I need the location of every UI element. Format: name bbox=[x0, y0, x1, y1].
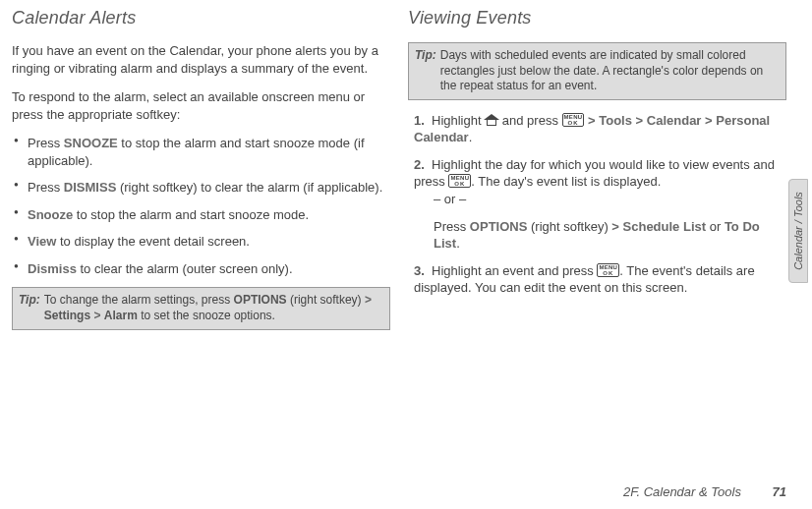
step-item: 2.Highlight the day for which you would … bbox=[414, 156, 786, 253]
menu-ok-icon: MENUOK bbox=[448, 174, 471, 188]
intro-paragraph: If you have an event on the Calendar, yo… bbox=[12, 42, 390, 77]
options-list: Press SNOOZE to stop the alarm and start… bbox=[14, 135, 390, 277]
step-item: 3.Highlight an event and press MENUOK. T… bbox=[414, 262, 786, 297]
page-footer: 2F. Calendar & Tools 71 bbox=[623, 484, 786, 499]
tip-label: Tip: bbox=[19, 293, 40, 323]
step-alternative: Press OPTIONS (right softkey) > Schedule… bbox=[434, 218, 786, 253]
list-item: Press SNOOZE to stop the alarm and start… bbox=[14, 135, 390, 169]
list-item: Snooze to stop the alarm and start snooz… bbox=[14, 206, 390, 224]
instruction-paragraph: To respond to the alarm, select an avail… bbox=[12, 88, 390, 123]
footer-section: 2F. Calendar & Tools bbox=[623, 484, 741, 499]
right-column: Viewing Events Tip: Days with scheduled … bbox=[408, 8, 786, 342]
left-column: Calendar Alerts If you have an event on … bbox=[12, 8, 390, 342]
step-item: 1.Highlight and press MENUOK > Tools > C… bbox=[414, 112, 786, 146]
list-item: Press DISMISS (right softkey) to clear t… bbox=[14, 179, 390, 197]
tip-box: Tip: Days with scheduled events are indi… bbox=[408, 42, 786, 100]
side-tab: Calendar / Tools bbox=[788, 179, 808, 283]
tip-box: Tip: To change the alarm settings, press… bbox=[12, 287, 390, 329]
menu-ok-icon: MENUOK bbox=[597, 263, 619, 277]
heading-viewing-events: Viewing Events bbox=[408, 8, 786, 28]
home-icon bbox=[485, 114, 498, 126]
page-number: 71 bbox=[773, 484, 786, 499]
tip-text: To change the alarm settings, press OPTI… bbox=[44, 293, 383, 323]
list-item: Dismiss to clear the alarm (outer screen… bbox=[14, 260, 390, 278]
heading-calendar-alerts: Calendar Alerts bbox=[12, 8, 390, 28]
or-divider: – or – bbox=[434, 191, 786, 208]
menu-ok-icon: MENUOK bbox=[562, 113, 585, 127]
tip-label: Tip: bbox=[415, 48, 436, 94]
steps-list: 1.Highlight and press MENUOK > Tools > C… bbox=[414, 112, 786, 297]
list-item: View to display the event detail screen. bbox=[14, 233, 390, 251]
tip-text: Days with scheduled events are indicated… bbox=[440, 48, 780, 94]
